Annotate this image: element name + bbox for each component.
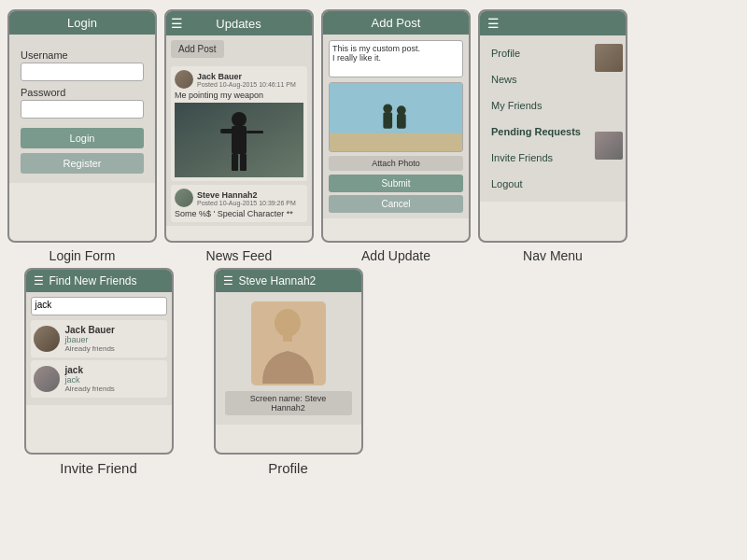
- cancel-button[interactable]: Cancel: [329, 195, 463, 213]
- friend-status: Already friends: [65, 344, 115, 353]
- svg-point-2: [232, 112, 247, 127]
- nav-phone-frame: ☰ Profile News My Friends Pending Reques…: [478, 9, 627, 243]
- nav-header: ☰: [480, 11, 626, 35]
- news-caption: News Feed: [206, 248, 273, 263]
- svg-rect-16: [283, 334, 292, 342]
- post-user-row: Jack Bauer Posted 10-Aug-2015 10:46:11 P…: [175, 70, 303, 89]
- navmenu-caption: Nav Menu: [523, 248, 583, 263]
- nav-item-invite-friends[interactable]: Invite Friends: [480, 145, 593, 171]
- username-label: Username: [21, 49, 144, 61]
- friend-name: Jack Bauer: [65, 325, 115, 335]
- profile-screen-wrapper: ☰ Steve Hannah2 Screen name: Steve Hanna…: [197, 268, 379, 476]
- profile-body: Screen name: Steve Hannah2: [216, 292, 361, 425]
- friend-result: Jack Bauer jbauer Already friends: [31, 320, 167, 357]
- svg-rect-4: [220, 129, 247, 133]
- svg-rect-5: [247, 131, 263, 133]
- news-body: Add Post Jack Bauer Posted 10-Aug-2015 1…: [166, 35, 312, 226]
- navmenu-screen-wrapper: ☰ Profile News My Friends Pending Reques…: [478, 9, 627, 263]
- post-text: Me pointing my weapon: [175, 91, 303, 100]
- login-body: Username Password Login Register: [9, 35, 155, 183]
- post-user-info: Jack Bauer Posted 10-Aug-2015 10:46:11 P…: [197, 72, 303, 88]
- hamburger-icon[interactable]: ☰: [34, 274, 44, 287]
- nav-menu-items: Profile News My Friends Pending Requests…: [480, 40, 593, 197]
- attach-photo-button[interactable]: Attach Photo: [329, 156, 463, 171]
- post-text-input[interactable]: This is my custom post.I really like it.: [329, 40, 463, 77]
- hamburger-icon[interactable]: ☰: [223, 274, 233, 287]
- add-post-button[interactable]: Add Post: [171, 40, 224, 58]
- login-title: Login: [67, 16, 97, 30]
- addpost-caption: Add Update: [361, 248, 430, 263]
- svg-point-11: [383, 104, 392, 113]
- password-label: Password: [21, 87, 144, 98]
- nav-item-pending-requests[interactable]: Pending Requests: [480, 119, 593, 145]
- profile-caption: Profile: [268, 460, 308, 476]
- news-screen-wrapper: ☰ Updates Add Post Jack Bauer Posted 10-…: [164, 9, 314, 263]
- nav-item-logout[interactable]: Logout: [480, 171, 593, 197]
- svg-rect-6: [232, 154, 238, 171]
- profile-phone-frame: ☰ Steve Hannah2 Screen name: Steve Hanna…: [214, 268, 363, 455]
- hamburger-icon[interactable]: ☰: [171, 16, 183, 31]
- friend-name: jack: [65, 365, 115, 375]
- nav-sidebar-avatars: [593, 40, 626, 197]
- post-user-info: Steve Hannah2 Posted 10-Aug-2015 10:39:2…: [197, 190, 303, 206]
- profile-avatar: [251, 301, 326, 385]
- search-input[interactable]: jack: [31, 297, 167, 315]
- addpost-body: This is my custom post.I really like it.: [323, 35, 469, 218]
- avatar: [34, 366, 60, 392]
- post-date: Posted 10-Aug-2015 10:46:11 PM: [197, 81, 303, 88]
- invite-caption: Invite Friend: [60, 460, 137, 476]
- post-date: Posted 10-Aug-2015 10:39:26 PM: [197, 200, 303, 206]
- friend-info: Jack Bauer jbauer Already friends: [65, 325, 115, 353]
- invite-phone-frame: ☰ Find New Friends jack Jack Bauer jbaue…: [24, 268, 174, 455]
- friend-status: Already friends: [65, 385, 115, 393]
- profile-title: Steve Hannah2: [239, 274, 317, 287]
- password-input[interactable]: [21, 100, 144, 119]
- nav-item-news[interactable]: News: [480, 66, 593, 92]
- nav-body: Profile News My Friends Pending Requests…: [480, 35, 626, 202]
- avatar: [175, 70, 193, 89]
- hamburger-icon[interactable]: ☰: [487, 16, 500, 31]
- avatar-thumb: [595, 132, 623, 160]
- avatar-thumb: [595, 44, 623, 72]
- nav-item-my-friends[interactable]: My Friends: [480, 92, 593, 119]
- submit-button[interactable]: Submit: [329, 175, 463, 192]
- news-title: Updates: [216, 17, 261, 31]
- photo-area: [329, 82, 463, 152]
- post-username: Jack Bauer: [197, 72, 303, 81]
- post-item: Steve Hannah2 Posted 10-Aug-2015 10:39:2…: [171, 185, 307, 222]
- addpost-header: Add Post: [323, 11, 469, 35]
- login-phone-frame: Login Username Password Login Register: [7, 9, 157, 243]
- invite-screen-wrapper: ☰ Find New Friends jack Jack Bauer jbaue…: [7, 268, 190, 476]
- invite-header: ☰ Find New Friends: [26, 270, 172, 292]
- login-caption: Login Form: [49, 248, 116, 263]
- friend-username: jbauer: [65, 335, 115, 344]
- invite-title: Find New Friends: [49, 274, 137, 287]
- username-input[interactable]: [21, 63, 144, 81]
- avatar: [175, 189, 193, 207]
- register-button[interactable]: Register: [21, 153, 144, 174]
- post-username: Steve Hannah2: [197, 190, 303, 200]
- svg-rect-10: [330, 83, 462, 133]
- news-header: ☰ Updates: [166, 11, 312, 35]
- login-screen-wrapper: Login Username Password Login Register L…: [7, 9, 157, 263]
- svg-rect-14: [397, 114, 406, 129]
- post-text: Some %$ ' Special Character **: [175, 209, 303, 218]
- svg-point-13: [397, 105, 406, 115]
- news-phone-frame: ☰ Updates Add Post Jack Bauer Posted 10-…: [164, 9, 314, 243]
- addpost-title: Add Post: [372, 16, 421, 30]
- svg-point-15: [275, 309, 301, 337]
- login-header: Login: [9, 11, 155, 35]
- photo-preview: [330, 83, 462, 151]
- post-image: [175, 103, 303, 177]
- invite-body: jack Jack Bauer jbauer Already friends j…: [26, 292, 172, 405]
- profile-header: ☰ Steve Hannah2: [216, 270, 361, 292]
- post-user-row: Steve Hannah2 Posted 10-Aug-2015 10:39:2…: [175, 189, 303, 207]
- profile-screen-name: Screen name: Steve Hannah2: [225, 391, 352, 415]
- post-item: Jack Bauer Posted 10-Aug-2015 10:46:11 P…: [171, 66, 307, 181]
- addpost-phone-frame: Add Post This is my custom post.I really…: [321, 9, 471, 243]
- svg-rect-9: [330, 133, 462, 151]
- nav-item-profile[interactable]: Profile: [480, 40, 593, 66]
- friend-username: jack: [65, 375, 115, 385]
- login-button[interactable]: Login: [21, 128, 144, 148]
- svg-rect-7: [240, 154, 247, 171]
